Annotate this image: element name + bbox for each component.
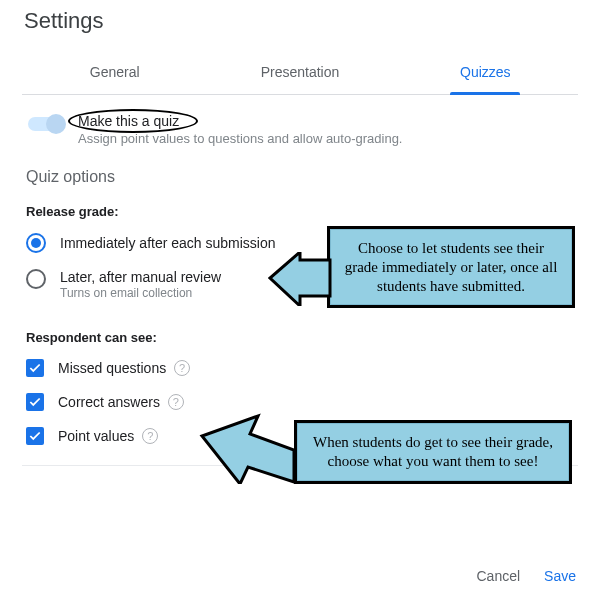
points-label: Point values <box>58 428 134 444</box>
make-quiz-sub: Assign point values to questions and all… <box>78 131 403 146</box>
radio-immediate-label: Immediately after each submission <box>60 235 276 251</box>
make-quiz-toggle[interactable] <box>28 117 64 131</box>
svg-marker-1 <box>202 416 294 484</box>
correct-answers-row[interactable]: Correct answers ? <box>22 385 578 419</box>
radio-later-label: Later, after manual review <box>60 269 221 285</box>
radio-immediate[interactable] <box>26 233 46 253</box>
respondent-can-see-label: Respondent can see: <box>22 308 578 351</box>
checkbox-correct[interactable] <box>26 393 44 411</box>
missed-questions-row[interactable]: Missed questions ? <box>22 351 578 385</box>
help-icon[interactable]: ? <box>142 428 158 444</box>
cancel-button[interactable]: Cancel <box>476 568 520 584</box>
page-title: Settings <box>0 0 600 34</box>
check-icon <box>28 429 42 443</box>
annotation-callout-release: Choose to let students see their grade i… <box>327 226 575 308</box>
save-button[interactable]: Save <box>544 568 576 584</box>
help-icon[interactable]: ? <box>168 394 184 410</box>
check-icon <box>28 395 42 409</box>
tab-general[interactable]: General <box>22 52 207 94</box>
quiz-options-heading: Quiz options <box>22 156 578 190</box>
tab-presentation[interactable]: Presentation <box>207 52 392 94</box>
make-quiz-label: Make this a quiz <box>78 113 403 129</box>
missed-label: Missed questions <box>58 360 166 376</box>
radio-later-sub: Turns on email collection <box>60 286 221 300</box>
release-grade-label: Release grade: <box>22 190 578 225</box>
tabs: General Presentation Quizzes <box>22 52 578 95</box>
checkbox-points[interactable] <box>26 427 44 445</box>
arrow-diag-icon <box>198 412 298 484</box>
help-icon[interactable]: ? <box>174 360 190 376</box>
radio-later[interactable] <box>26 269 46 289</box>
checkbox-missed[interactable] <box>26 359 44 377</box>
check-icon <box>28 361 42 375</box>
annotation-callout-see: When students do get to see their grade,… <box>294 420 572 484</box>
correct-label: Correct answers <box>58 394 160 410</box>
svg-marker-0 <box>270 252 330 306</box>
arrow-left-icon <box>268 252 332 306</box>
tab-quizzes[interactable]: Quizzes <box>393 52 578 94</box>
